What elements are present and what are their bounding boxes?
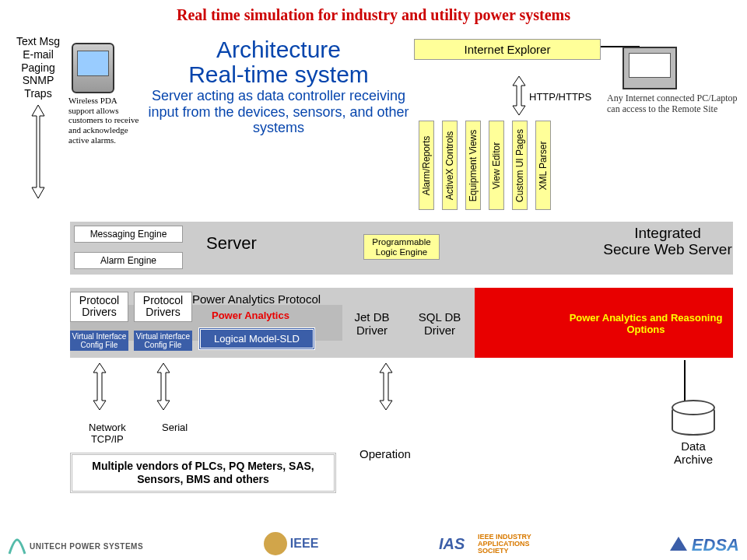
notify-email: E-mail: [8, 48, 68, 61]
ias-logo: IAS IEEE INDUSTRY APPLICATIONS SOCIETY: [439, 532, 548, 555]
ias-text: IEEE INDUSTRY APPLICATIONS SOCIETY: [478, 534, 548, 555]
operation-label: Operation: [359, 447, 411, 460]
arch-title-2: Real-time system: [146, 62, 411, 87]
integrated-label: IntegratedSecure Web Server: [598, 226, 738, 258]
notify-text: Text Msg: [8, 35, 68, 48]
vlabel-custom: Custom UI Pages: [512, 121, 528, 210]
browser-box: Internet Explorer: [414, 39, 601, 60]
arch-title-1: Architecture: [146, 37, 411, 62]
pda-icon: [72, 43, 114, 93]
server-label: Server: [206, 233, 257, 254]
protocol-drivers-2: Protocol Drivers: [134, 292, 192, 322]
power-analytics-label: Power Analytics: [212, 310, 289, 321]
updown-icon-3: [378, 363, 394, 410]
notification-methods: Text Msg E-mail Paging SNMP Traps: [8, 35, 68, 201]
pc-caption: Any Internet connected PC/Laptop can acc…: [607, 93, 739, 115]
alarm-engine-box: Alarm Engine: [74, 252, 183, 269]
architecture-heading: Architecture Real-time system Server act…: [146, 37, 411, 136]
plc-vendors-box: Multiple vendors of PLCs, PQ Meters, SAS…: [70, 453, 336, 493]
vlabel-activex: ActiveX Controls: [442, 121, 458, 210]
unitech-logo: UNITECH POWER SYSTEMS: [8, 537, 143, 555]
archive-line: [683, 360, 686, 405]
http-arrow-icon: [511, 76, 527, 115]
sponsor-row: UNITECH POWER SYSTEMS IEEE IAS IEEE INDU…: [8, 532, 739, 555]
messaging-engine-box: Messaging Engine: [74, 226, 183, 243]
programmable-logic-box: Programmable Logic Engine: [363, 234, 440, 260]
vlabel-view: View Editor: [489, 121, 504, 210]
vlabel-equip: Equipment Views: [465, 121, 481, 210]
edsa-logo: EDSA: [668, 535, 739, 555]
logical-model-box: Logical Model-SLD: [198, 327, 315, 350]
jet-db-label: Jet DB Driver: [349, 311, 395, 337]
pda-block: Wireless PDA support allows customers to…: [68, 43, 142, 145]
notify-snmp: SNMP Traps: [8, 74, 68, 100]
vlabel-xml: XML Parser: [535, 121, 551, 210]
cylinder-icon: [672, 404, 715, 436]
vlabel-alarm: Alarm/Reports: [419, 121, 434, 210]
config-file-2: Virtual interface Config File: [134, 331, 192, 351]
svg-marker-3: [670, 537, 687, 551]
config-file-1: Virtual Interface Config File: [70, 331, 128, 351]
analytics-reasoning-label: Power Analytics and Reasoning Options: [568, 313, 724, 336]
desktop-icon: [622, 47, 677, 89]
data-archive-label: Data Archive: [665, 440, 721, 466]
pda-caption: Wireless PDA support allows customers to…: [68, 96, 142, 145]
updown-icon-1: [92, 363, 107, 410]
svg-text:IAS: IAS: [439, 535, 465, 552]
pc-block: Any Internet connected PC/Laptop can acc…: [607, 47, 739, 115]
data-archive-block: Data Archive: [665, 404, 721, 466]
ieee-logo: IEEE: [264, 532, 318, 555]
notify-paging: Paging: [8, 61, 68, 75]
arch-subtitle: Server acting as data controller receivi…: [146, 88, 411, 136]
power-analytics-protocol-label: Power Analytics Protocol: [192, 292, 321, 306]
vertical-labels-row: Alarm/Reports ActiveX Controls Equipment…: [419, 121, 551, 210]
http-label: HTTP/HTTPS: [529, 91, 591, 103]
sql-db-label: SQL DB Driver: [412, 311, 467, 337]
updown-icon-2: [156, 363, 171, 410]
updown-arrow-icon: [29, 105, 47, 198]
protocol-drivers-1: Protocol Drivers: [70, 292, 128, 322]
page-title: Real time simulation for industry and ut…: [0, 0, 747, 24]
serial-label: Serial: [162, 422, 188, 433]
network-tcpip-label: Network TCP/IP: [89, 422, 126, 445]
